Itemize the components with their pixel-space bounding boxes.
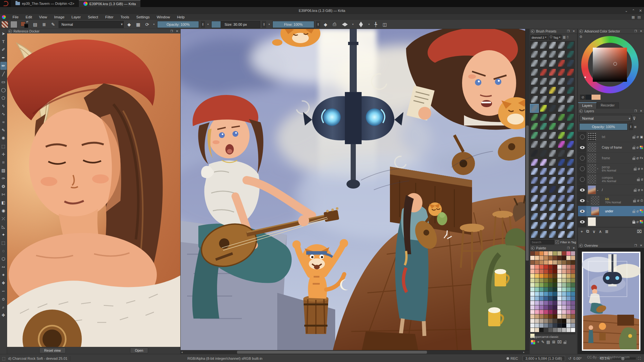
palette-swatch[interactable] bbox=[539, 283, 544, 287]
eye-off-icon[interactable] bbox=[580, 156, 585, 161]
palette-swatch[interactable] bbox=[544, 319, 548, 323]
palette-swatch[interactable] bbox=[535, 251, 539, 255]
palette-swatch[interactable] bbox=[539, 296, 544, 301]
palette-swatch[interactable] bbox=[535, 301, 539, 305]
docker-lock-icon[interactable] bbox=[531, 30, 535, 33]
print-icon[interactable]: ⎙ bbox=[640, 199, 643, 202]
opacity-spinner[interactable]: ▲▼ bbox=[201, 21, 205, 28]
palette-swatch[interactable] bbox=[539, 260, 544, 265]
brush-preset[interactable] bbox=[530, 113, 539, 122]
chevron-down-icon[interactable]: ▾ bbox=[153, 23, 155, 26]
docker-lock-icon[interactable] bbox=[579, 30, 583, 33]
brush-preset[interactable] bbox=[548, 77, 557, 86]
palette-swatch[interactable] bbox=[539, 319, 544, 323]
brush-preset[interactable] bbox=[539, 131, 548, 140]
brush-preset[interactable] bbox=[566, 95, 575, 104]
palette-swatch[interactable] bbox=[553, 260, 557, 265]
brush-preset[interactable] bbox=[557, 194, 566, 203]
tool-crop[interactable]: ⌗ bbox=[0, 158, 7, 166]
tool-edit-shapes[interactable]: ✐ bbox=[0, 46, 7, 54]
palette-swatch[interactable] bbox=[566, 278, 571, 283]
brush-preset[interactable] bbox=[548, 104, 557, 113]
taskbar-tab-dolphin[interactable]: ep39_The-Tavern — Dolphin <2> bbox=[11, 0, 79, 7]
unlock-icon[interactable] bbox=[632, 158, 635, 160]
chevron-down-icon[interactable]: ▾ bbox=[268, 23, 270, 26]
palette-swatch[interactable] bbox=[548, 292, 553, 296]
wraparound-mode-icon[interactable]: ◫ bbox=[381, 21, 388, 28]
layer-thumbnail[interactable] bbox=[588, 164, 596, 173]
reference-docker-header[interactable]: Reference Docker ❐ ✕ bbox=[7, 29, 180, 34]
brush-preset[interactable] bbox=[530, 59, 539, 68]
palette-swatch[interactable] bbox=[539, 265, 544, 269]
unlock-icon[interactable] bbox=[632, 136, 635, 139]
image-dimensions[interactable]: 3,600 x 5,084 (1.3 GiB) bbox=[523, 356, 565, 361]
advanced-color-selector-header[interactable]: Advanced Color Selector ❐ ✕ bbox=[578, 29, 644, 34]
tool-select-polygonal[interactable]: ⬡ bbox=[0, 255, 7, 263]
palette-swatch[interactable] bbox=[544, 251, 548, 255]
brush-preset[interactable] bbox=[566, 140, 575, 149]
palette-swatch[interactable] bbox=[548, 251, 553, 255]
tag-button[interactable]: ⛉Tag▾ bbox=[549, 35, 562, 40]
palette-swatch[interactable] bbox=[530, 260, 535, 265]
palette-swatch[interactable] bbox=[544, 314, 548, 319]
brush-preset[interactable] bbox=[530, 140, 539, 149]
palette-swatch[interactable] bbox=[535, 328, 539, 332]
palette-swatch[interactable] bbox=[535, 283, 539, 287]
brush-presets-header[interactable]: Brush Presets ❐ ✕ bbox=[530, 29, 577, 34]
layer-row[interactable]: frameαFx bbox=[578, 153, 644, 163]
brush-preset[interactable] bbox=[539, 104, 548, 113]
palette-swatch[interactable] bbox=[530, 305, 535, 310]
brush-preset[interactable] bbox=[530, 230, 539, 239]
layer-visibility-toggle[interactable] bbox=[578, 153, 586, 163]
palette-swatch[interactable] bbox=[530, 310, 535, 314]
eye-icon[interactable] bbox=[580, 189, 585, 191]
layer-blend-mode-dropdown[interactable]: Normal ▾ bbox=[579, 115, 631, 122]
brush-preset[interactable] bbox=[557, 131, 566, 140]
scrollbar-thumb[interactable] bbox=[237, 351, 427, 354]
brush-editor-icon[interactable]: ✎ bbox=[50, 21, 57, 28]
palette-swatch[interactable] bbox=[566, 305, 571, 310]
palette-swatch[interactable] bbox=[548, 274, 553, 278]
alpha-icon[interactable]: α bbox=[637, 156, 639, 160]
palette-swatch[interactable] bbox=[539, 310, 544, 314]
brush-preset[interactable] bbox=[548, 167, 557, 176]
inherit-alpha-icon[interactable] bbox=[640, 220, 643, 223]
palette-swatch[interactable] bbox=[553, 296, 557, 301]
palette-swatch[interactable] bbox=[553, 310, 557, 314]
palette-swatch[interactable] bbox=[539, 251, 544, 255]
tool-dynamic-brush[interactable]: ✎ bbox=[0, 126, 7, 134]
list-view-icon[interactable]: ≣ bbox=[563, 35, 566, 40]
palette-swatch[interactable] bbox=[544, 310, 548, 314]
palette-swatch[interactable] bbox=[530, 278, 535, 283]
brush-preset[interactable] bbox=[548, 158, 557, 167]
palette-swatch[interactable] bbox=[571, 283, 575, 287]
tool-reference-images[interactable]: ✦ bbox=[0, 231, 7, 239]
float-docker-icon[interactable]: ❐ bbox=[170, 30, 174, 33]
tab-recorder[interactable]: Recorder bbox=[597, 102, 619, 109]
palette-swatch[interactable] bbox=[562, 256, 566, 260]
brush-preset[interactable] bbox=[530, 149, 539, 158]
palette-swatch[interactable] bbox=[544, 328, 548, 332]
brush-preset[interactable] bbox=[566, 113, 575, 122]
palette-swatch[interactable] bbox=[562, 265, 566, 269]
layer-visibility-toggle[interactable] bbox=[578, 185, 586, 195]
brush-preset[interactable] bbox=[530, 131, 539, 140]
palette-swatch[interactable] bbox=[539, 305, 544, 310]
brush-preset[interactable] bbox=[539, 86, 548, 95]
preserve-alpha-icon[interactable]: ▦ bbox=[135, 21, 142, 28]
palette-swatch[interactable] bbox=[571, 319, 575, 323]
palette-swatch[interactable] bbox=[557, 301, 562, 305]
brush-preset[interactable] bbox=[539, 113, 548, 122]
overview-header[interactable]: Overview ❐ ✕ bbox=[578, 243, 644, 248]
palette-swatch[interactable] bbox=[566, 260, 571, 265]
palette-swatch[interactable] bbox=[539, 292, 544, 296]
float-docker-icon[interactable]: ❐ bbox=[634, 109, 638, 113]
opacity-slider[interactable]: Opacity: 100% bbox=[157, 21, 199, 28]
palette-swatch[interactable] bbox=[544, 265, 548, 269]
brush-preset[interactable] bbox=[566, 203, 575, 212]
palette-swatch[interactable] bbox=[539, 278, 544, 283]
palette-swatch[interactable] bbox=[544, 260, 548, 265]
palette-swatch[interactable] bbox=[553, 256, 557, 260]
brush-preset[interactable] bbox=[548, 113, 557, 122]
saturation-value-square[interactable] bbox=[593, 48, 627, 82]
